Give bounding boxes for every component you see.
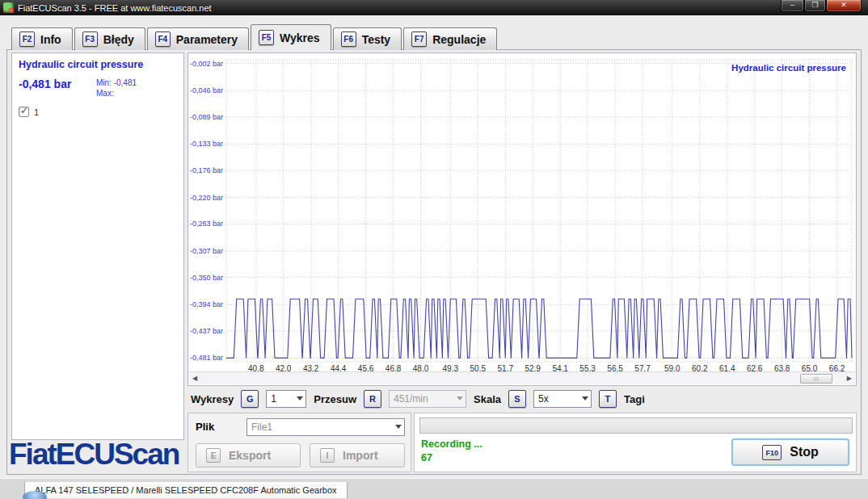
eksport-button[interactable]: E Eksport [196,443,301,468]
scale-select[interactable]: 5x [533,390,592,408]
przesuw-label: Przesuw [314,393,356,405]
recording-count: 67 [421,452,432,463]
f4-keycap-icon: F4 [155,31,171,47]
file-box: Plik File1 E Eksport I Import [188,413,411,472]
t-key-button[interactable]: T [599,390,617,408]
svg-text:-0,263 bar: -0,263 bar [190,220,223,228]
chart-panel: Hydraulic circuit pressure -0,002 bar-0,… [188,52,857,386]
recording-status: Recording ... [421,438,482,450]
tab-info[interactable]: F2 Info [11,27,73,50]
tab-strip: F2 Info F3 Błędy F4 Parametery F5 Wykres… [11,24,499,50]
rate-select-value: 451/min [394,393,428,405]
tab-testy-label: Testy [362,33,391,46]
graph-select-value: 1 [271,393,276,405]
skala-label: Skala [474,393,501,405]
tab-bledy[interactable]: F3 Błędy [74,27,145,50]
g-key-button[interactable]: G [241,390,259,408]
tab-info-label: Info [40,33,61,46]
svg-text:-0,220 bar: -0,220 bar [190,194,223,202]
r-key-button[interactable]: R [364,390,381,408]
taskbar-orb-icon [23,491,47,499]
chevron-down-icon [457,396,463,400]
tab-parametery[interactable]: F4 Parametery [147,27,249,50]
f5-keycap-icon: F5 [259,30,274,45]
parameter-value: -0,481 bar [19,78,96,99]
file-select-value: File1 [251,421,272,433]
chevron-down-icon [297,396,303,400]
svg-text:-0,089 bar: -0,089 bar [190,113,223,121]
tab-testy[interactable]: F6 Testy [333,27,402,50]
app-icon [3,2,14,13]
title-bar: FiatECUScan 3.5 - FREE at www.fiatecusca… [0,0,868,15]
file-select[interactable]: File1 [246,418,405,436]
f7-keycap-icon: F7 [411,31,427,47]
tab-regulacje-label: Regulacje [432,33,486,46]
tagi-label: Tagi [624,393,645,405]
svg-text:-0,176 bar: -0,176 bar [190,166,223,174]
vehicle-status: ALFA 147 SELESPEED / Marelli SELESPEED C… [24,482,348,498]
svg-text:-0,437 bar: -0,437 bar [190,327,223,335]
parameter-name: Hydraulic circuit pressure [19,59,177,70]
scroll-right-arrow-icon[interactable]: ▶ [847,375,852,382]
tab-regulacje[interactable]: F7 Regulacje [403,27,497,50]
chevron-down-icon [582,396,588,400]
svg-text:-0,481 bar: -0,481 bar [190,354,223,362]
scroll-left-arrow-icon[interactable]: ◀ [192,375,197,382]
f6-keycap-icon: F6 [341,31,356,47]
scale-select-value: 5x [538,393,549,405]
svg-text:-0,002 bar: -0,002 bar [190,60,223,68]
maximize-button[interactable]: ❐ [804,0,826,12]
chart-horizontal-scrollbar[interactable]: ◀ ||| ▶ [189,371,855,384]
f10-keycap-icon: F10 [762,445,782,460]
svg-text:-0,394 bar: -0,394 bar [190,300,223,308]
svg-text:-0,133 bar: -0,133 bar [190,140,223,148]
f3-keycap-icon: F3 [82,31,98,47]
tab-parametery-label: Parametery [176,33,238,46]
graph-select[interactable]: 1 [266,390,306,408]
s-key-button[interactable]: S [508,390,526,408]
tab-bledy-label: Błędy [103,33,134,46]
window-title: FiatECUScan 3.5 - FREE at www.fiatecusca… [18,3,212,13]
import-button-label: Import [343,449,378,462]
stop-button-label: Stop [790,445,819,459]
close-button[interactable]: ✕ [826,0,862,12]
f2-keycap-icon: F2 [19,31,35,47]
import-button[interactable]: I Import [310,443,405,468]
plik-label: Plik [196,421,214,433]
svg-text:-0,307 bar: -0,307 bar [190,247,223,255]
max-value: Max: [96,88,137,99]
wykresy-label: Wykresy [191,393,234,405]
i-keycap-icon: I [320,448,335,463]
parameter-panel: Hydraulic circuit pressure -0,481 bar Mi… [11,52,184,440]
chart-controls: Wykresy G 1 Przesuw R 451/min Skala S 5x… [191,389,645,409]
svg-text:-0,046 bar: -0,046 bar [190,86,223,94]
chart-title: Hydraulic circuit pressure [731,63,846,73]
series-checkbox-label: 1 [34,107,39,117]
series-checkbox[interactable] [19,107,29,117]
minimize-button[interactable]: – [781,0,804,12]
chevron-down-icon [395,425,402,429]
svg-text:-0,350 bar: -0,350 bar [190,274,223,282]
tab-wykres[interactable]: F5 Wykres [251,24,331,50]
scrollbar-thumb[interactable]: ||| [800,374,832,384]
stop-button[interactable]: F10 Stop [731,438,849,466]
app-window: FiatECUScan 3.5 - FREE at www.fiatecusca… [0,0,868,499]
pressure-chart: -0,002 bar-0,046 bar-0,089 bar-0,133 bar… [189,55,855,375]
rate-select[interactable]: 451/min [389,390,466,408]
e-keycap-icon: E [206,448,221,463]
tab-wykres-label: Wykres [280,31,320,44]
status-strip: ALFA 147 SELESPEED / Marelli SELESPEED C… [0,478,868,499]
progress-bar [419,417,853,434]
app-logo: FiatECUScan [9,438,179,472]
record-box: Recording ... 67 F10 Stop [414,413,857,472]
min-value: Min: -0,481 [96,78,137,88]
eksport-button-label: Eksport [229,449,271,462]
